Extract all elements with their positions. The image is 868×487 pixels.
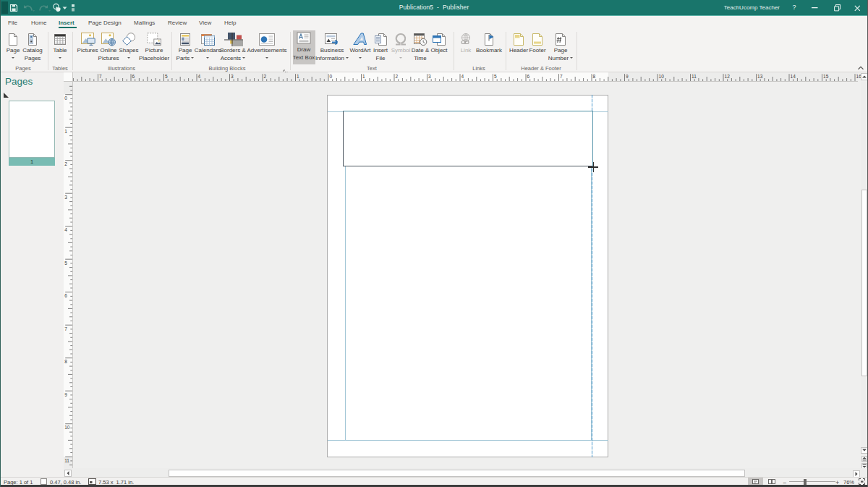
svg-text:10: 10 <box>659 74 665 79</box>
svg-text:1: 1 <box>297 74 299 79</box>
svg-text:11: 11 <box>64 458 69 463</box>
svg-text:5: 5 <box>494 74 497 79</box>
svg-text:14: 14 <box>791 74 796 79</box>
svg-text:11: 11 <box>692 74 697 79</box>
svg-text:4: 4 <box>198 74 201 79</box>
svg-text:8: 8 <box>64 359 67 364</box>
svg-text:0: 0 <box>64 96 67 101</box>
svg-text:1: 1 <box>362 74 365 79</box>
svg-text:6: 6 <box>132 74 135 79</box>
svg-text:2: 2 <box>264 74 267 79</box>
svg-text:10: 10 <box>64 425 70 430</box>
svg-text:1: 1 <box>64 129 67 134</box>
svg-text:5: 5 <box>64 261 67 266</box>
svg-text:15: 15 <box>823 74 829 79</box>
svg-text:4: 4 <box>64 227 67 232</box>
svg-text:4: 4 <box>461 74 464 79</box>
svg-text:13: 13 <box>757 74 763 79</box>
svg-text:7: 7 <box>64 326 67 331</box>
svg-text:6: 6 <box>527 74 530 79</box>
svg-text:7: 7 <box>99 74 102 79</box>
svg-text:2: 2 <box>396 74 399 79</box>
svg-text:0: 0 <box>330 74 333 79</box>
svg-text:12: 12 <box>725 74 731 79</box>
svg-text:9: 9 <box>626 74 629 79</box>
svg-text:3: 3 <box>428 74 431 79</box>
svg-text:6: 6 <box>64 293 67 298</box>
svg-text:7: 7 <box>560 74 563 79</box>
svg-text:5: 5 <box>165 74 168 79</box>
svg-text:8: 8 <box>593 74 596 79</box>
svg-text:2: 2 <box>64 161 67 166</box>
svg-text:9: 9 <box>64 392 67 397</box>
svg-text:3: 3 <box>64 195 67 200</box>
svg-text:3: 3 <box>231 74 234 79</box>
